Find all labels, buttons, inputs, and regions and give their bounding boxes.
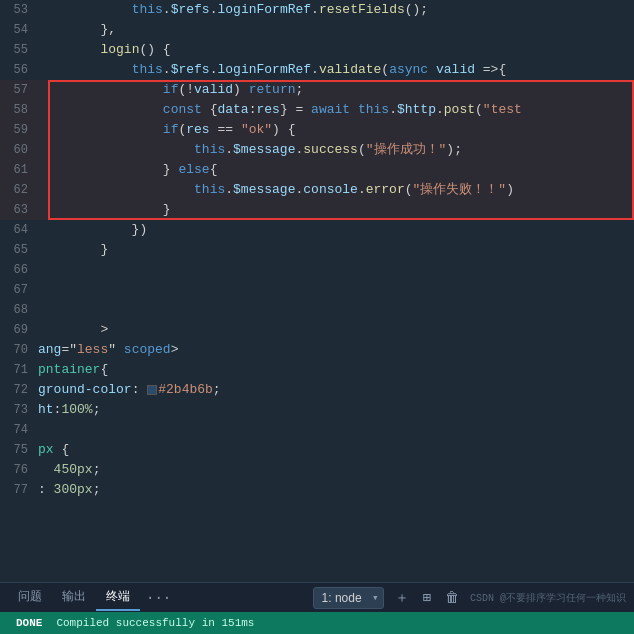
line-number: 73 [0, 400, 38, 420]
line-content: ht:100%; [38, 400, 634, 420]
code-line: 54 }, [0, 20, 634, 40]
line-number: 67 [0, 280, 38, 300]
code-editor: 53 this.$refs.loginFormRef.resetFields()… [0, 0, 634, 582]
code-line: 53 this.$refs.loginFormRef.resetFields()… [0, 0, 634, 20]
code-line: 63 } [0, 200, 634, 220]
terminal-select[interactable]: 1: node [313, 587, 384, 609]
line-number: 74 [0, 420, 38, 440]
line-number: 65 [0, 240, 38, 260]
tab-more[interactable]: ··· [140, 586, 177, 610]
line-content: }) [38, 220, 634, 240]
line-number: 72 [0, 380, 38, 400]
line-content: ground-color: #2b4b6b; [38, 380, 634, 400]
line-number: 69 [0, 320, 38, 340]
line-content: } [38, 240, 634, 260]
line-number: 71 [0, 360, 38, 380]
line-content: 450px; [38, 460, 634, 480]
code-line: 60 this.$message.success("操作成功！"); [0, 140, 634, 160]
code-line: 66 [0, 260, 634, 280]
line-number: 70 [0, 340, 38, 360]
code-line: 73ht:100%; [0, 400, 634, 420]
code-line: 69 > [0, 320, 634, 340]
line-content: px { [38, 440, 634, 460]
line-number: 61 [0, 160, 38, 180]
code-line: 61 } else{ [0, 160, 634, 180]
bottom-tab-bar: 问题 输出 终端 ··· 1: node ＋ ⊞ 🗑 CSDN @不要排序学习任… [0, 582, 634, 612]
code-line: 71pntainer{ [0, 360, 634, 380]
line-number: 55 [0, 40, 38, 60]
line-content: const {data:res} = await this.$http.post… [38, 100, 634, 120]
code-line: 57 if(!valid) return; [0, 80, 634, 100]
line-content: this.$message.console.error("操作失败！！") [38, 180, 634, 200]
code-line: 77: 300px; [0, 480, 634, 500]
tab-output[interactable]: 输出 [52, 584, 96, 611]
line-number: 68 [0, 300, 38, 320]
code-line: 56 this.$refs.loginFormRef.validate(asyn… [0, 60, 634, 80]
split-terminal-icon[interactable]: ⊞ [420, 587, 434, 608]
line-number: 66 [0, 260, 38, 280]
line-number: 75 [0, 440, 38, 460]
line-number: 57 [0, 80, 38, 100]
line-content: pntainer{ [38, 360, 634, 380]
code-line: 75px { [0, 440, 634, 460]
code-line: 59 if(res == "ok") { [0, 120, 634, 140]
line-number: 53 [0, 0, 38, 20]
code-line: 70ang="less" scoped> [0, 340, 634, 360]
line-content: : 300px; [38, 480, 634, 500]
code-line: 67 [0, 280, 634, 300]
code-line: 58 const {data:res} = await this.$http.p… [0, 100, 634, 120]
line-number: 59 [0, 120, 38, 140]
line-number: 76 [0, 460, 38, 480]
line-content: if(!valid) return; [38, 80, 634, 100]
status-text: Compiled successfully in 151ms [56, 617, 254, 629]
line-number: 60 [0, 140, 38, 160]
line-content: this.$message.success("操作成功！"); [38, 140, 634, 160]
code-line: 68 [0, 300, 634, 320]
line-content: }, [38, 20, 634, 40]
terminal-select-wrap: 1: node [313, 587, 384, 609]
tab-problems[interactable]: 问题 [8, 584, 52, 611]
line-number: 63 [0, 200, 38, 220]
bottom-icons: ＋ ⊞ 🗑 [392, 587, 462, 609]
line-number: 62 [0, 180, 38, 200]
done-badge: DONE [10, 615, 48, 631]
code-line: 64 }) [0, 220, 634, 240]
code-line: 65 } [0, 240, 634, 260]
code-line: 72ground-color: #2b4b6b; [0, 380, 634, 400]
line-number: 54 [0, 20, 38, 40]
csdn-watermark: CSDN @不要排序学习任何一种知识 [470, 591, 626, 605]
line-content: } else{ [38, 160, 634, 180]
line-content: ang="less" scoped> [38, 340, 634, 360]
status-bar: DONE Compiled successfully in 151ms [0, 612, 634, 634]
line-number: 77 [0, 480, 38, 500]
delete-terminal-icon[interactable]: 🗑 [442, 588, 462, 608]
code-line: 62 this.$message.console.error("操作失败！！") [0, 180, 634, 200]
add-terminal-icon[interactable]: ＋ [392, 587, 412, 609]
line-content: if(res == "ok") { [38, 120, 634, 140]
line-number: 64 [0, 220, 38, 240]
line-content: this.$refs.loginFormRef.validate(async v… [38, 60, 634, 80]
code-line: 76 450px; [0, 460, 634, 480]
line-number: 58 [0, 100, 38, 120]
line-content: this.$refs.loginFormRef.resetFields(); [38, 0, 634, 20]
line-content: login() { [38, 40, 634, 60]
code-line: 74 [0, 420, 634, 440]
code-line: 55 login() { [0, 40, 634, 60]
line-number: 56 [0, 60, 38, 80]
tab-terminal[interactable]: 终端 [96, 584, 140, 611]
line-content: > [38, 320, 634, 340]
line-content: } [38, 200, 634, 220]
